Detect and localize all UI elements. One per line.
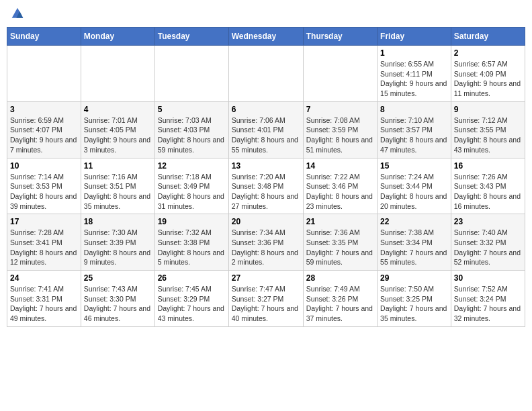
day-info: Sunrise: 7:45 AM Sunset: 3:29 PM Dayligh…	[158, 284, 226, 324]
day-number: 29	[380, 273, 448, 283]
day-number: 17	[10, 217, 78, 226]
day-number: 16	[454, 161, 522, 171]
calendar-cell: 30Sunrise: 7:52 AM Sunset: 3:24 PM Dayli…	[451, 271, 525, 327]
day-info: Sunrise: 7:10 AM Sunset: 3:57 PM Dayligh…	[380, 116, 448, 155]
weekday-header-thursday: Thursday	[303, 28, 377, 46]
calendar-cell: 1Sunrise: 6:55 AM Sunset: 4:11 PM Daylig…	[378, 46, 451, 102]
calendar-cell: 21Sunrise: 7:36 AM Sunset: 3:35 PM Dayli…	[303, 214, 377, 271]
day-info: Sunrise: 7:12 AM Sunset: 3:55 PM Dayligh…	[454, 116, 522, 155]
day-info: Sunrise: 7:50 AM Sunset: 3:25 PM Dayligh…	[380, 284, 448, 324]
day-number: 9	[454, 105, 522, 114]
day-info: Sunrise: 7:16 AM Sunset: 3:51 PM Dayligh…	[84, 172, 152, 212]
day-number: 8	[380, 105, 448, 114]
calendar-cell: 27Sunrise: 7:47 AM Sunset: 3:27 PM Dayli…	[228, 271, 303, 327]
day-info: Sunrise: 7:38 AM Sunset: 3:34 PM Dayligh…	[380, 228, 448, 267]
day-number: 10	[10, 161, 78, 171]
day-info: Sunrise: 7:03 AM Sunset: 4:03 PM Dayligh…	[158, 116, 226, 155]
logo	[9, 7, 24, 20]
day-info: Sunrise: 7:49 AM Sunset: 3:26 PM Dayligh…	[306, 284, 374, 324]
calendar-cell: 4Sunrise: 7:01 AM Sunset: 4:05 PM Daylig…	[81, 101, 154, 158]
day-number: 5	[158, 105, 226, 114]
calendar-cell: 17Sunrise: 7:28 AM Sunset: 3:41 PM Dayli…	[7, 214, 81, 271]
weekday-header-tuesday: Tuesday	[154, 28, 228, 46]
day-info: Sunrise: 6:55 AM Sunset: 4:11 PM Dayligh…	[380, 59, 448, 99]
calendar-cell: 19Sunrise: 7:32 AM Sunset: 3:38 PM Dayli…	[154, 214, 228, 271]
day-number: 14	[306, 161, 374, 171]
day-number: 30	[454, 273, 522, 283]
weekday-header-friday: Friday	[378, 28, 451, 46]
calendar-cell	[303, 46, 377, 102]
calendar-cell	[7, 46, 81, 102]
day-number: 18	[84, 217, 152, 226]
day-info: Sunrise: 6:59 AM Sunset: 4:07 PM Dayligh…	[10, 116, 78, 155]
calendar-table: SundayMondayTuesdayWednesdayThursdayFrid…	[7, 27, 525, 327]
day-info: Sunrise: 7:24 AM Sunset: 3:44 PM Dayligh…	[380, 172, 448, 212]
calendar-cell	[81, 46, 154, 102]
calendar-cell: 15Sunrise: 7:24 AM Sunset: 3:44 PM Dayli…	[378, 158, 451, 214]
day-info: Sunrise: 7:52 AM Sunset: 3:24 PM Dayligh…	[454, 284, 522, 324]
day-info: Sunrise: 7:34 AM Sunset: 3:36 PM Dayligh…	[232, 228, 300, 267]
calendar-cell	[154, 46, 228, 102]
day-number: 27	[232, 273, 300, 283]
day-info: Sunrise: 7:14 AM Sunset: 3:53 PM Dayligh…	[10, 172, 78, 212]
day-info: Sunrise: 7:43 AM Sunset: 3:30 PM Dayligh…	[84, 284, 152, 324]
day-info: Sunrise: 7:47 AM Sunset: 3:27 PM Dayligh…	[232, 284, 300, 324]
calendar-cell: 22Sunrise: 7:38 AM Sunset: 3:34 PM Dayli…	[378, 214, 451, 271]
calendar-cell: 2Sunrise: 6:57 AM Sunset: 4:09 PM Daylig…	[451, 46, 525, 102]
day-info: Sunrise: 7:22 AM Sunset: 3:46 PM Dayligh…	[306, 172, 374, 212]
day-number: 13	[232, 161, 300, 171]
calendar-cell: 10Sunrise: 7:14 AM Sunset: 3:53 PM Dayli…	[7, 158, 81, 214]
calendar-cell: 28Sunrise: 7:49 AM Sunset: 3:26 PM Dayli…	[303, 271, 377, 327]
calendar-cell: 11Sunrise: 7:16 AM Sunset: 3:51 PM Dayli…	[81, 158, 154, 214]
day-number: 2	[454, 48, 522, 58]
day-number: 25	[84, 273, 152, 283]
day-info: Sunrise: 7:18 AM Sunset: 3:49 PM Dayligh…	[158, 172, 226, 212]
day-number: 3	[10, 105, 78, 114]
calendar-cell: 7Sunrise: 7:08 AM Sunset: 3:59 PM Daylig…	[303, 101, 377, 158]
calendar-cell: 6Sunrise: 7:06 AM Sunset: 4:01 PM Daylig…	[228, 101, 303, 158]
day-number: 15	[380, 161, 448, 171]
calendar-cell: 3Sunrise: 6:59 AM Sunset: 4:07 PM Daylig…	[7, 101, 81, 158]
day-number: 21	[306, 217, 374, 226]
day-number: 20	[232, 217, 300, 226]
logo-icon	[11, 7, 24, 20]
calendar-cell: 18Sunrise: 7:30 AM Sunset: 3:39 PM Dayli…	[81, 214, 154, 271]
day-number: 26	[158, 273, 226, 283]
day-info: Sunrise: 7:06 AM Sunset: 4:01 PM Dayligh…	[232, 116, 300, 155]
day-info: Sunrise: 7:32 AM Sunset: 3:38 PM Dayligh…	[158, 228, 226, 267]
day-number: 6	[232, 105, 300, 114]
calendar-cell: 12Sunrise: 7:18 AM Sunset: 3:49 PM Dayli…	[154, 158, 228, 214]
day-info: Sunrise: 7:30 AM Sunset: 3:39 PM Dayligh…	[84, 228, 152, 267]
day-number: 11	[84, 161, 152, 171]
day-number: 19	[158, 217, 226, 226]
day-info: Sunrise: 7:26 AM Sunset: 3:43 PM Dayligh…	[454, 172, 522, 212]
day-number: 28	[306, 273, 374, 283]
day-number: 1	[380, 48, 448, 58]
weekday-header-wednesday: Wednesday	[228, 28, 303, 46]
day-info: Sunrise: 7:40 AM Sunset: 3:32 PM Dayligh…	[454, 228, 522, 267]
day-number: 23	[454, 217, 522, 226]
weekday-header-saturday: Saturday	[451, 28, 525, 46]
weekday-header-monday: Monday	[81, 28, 154, 46]
day-number: 7	[306, 105, 374, 114]
day-number: 22	[380, 217, 448, 226]
calendar-cell: 23Sunrise: 7:40 AM Sunset: 3:32 PM Dayli…	[451, 214, 525, 271]
calendar-cell: 26Sunrise: 7:45 AM Sunset: 3:29 PM Dayli…	[154, 271, 228, 327]
day-number: 12	[158, 161, 226, 171]
calendar-cell: 16Sunrise: 7:26 AM Sunset: 3:43 PM Dayli…	[451, 158, 525, 214]
calendar-cell: 29Sunrise: 7:50 AM Sunset: 3:25 PM Dayli…	[378, 271, 451, 327]
weekday-header-sunday: Sunday	[7, 28, 81, 46]
day-info: Sunrise: 7:01 AM Sunset: 4:05 PM Dayligh…	[84, 116, 152, 155]
calendar-cell: 25Sunrise: 7:43 AM Sunset: 3:30 PM Dayli…	[81, 271, 154, 327]
day-info: Sunrise: 7:20 AM Sunset: 3:48 PM Dayligh…	[232, 172, 300, 212]
calendar-cell	[228, 46, 303, 102]
day-info: Sunrise: 7:08 AM Sunset: 3:59 PM Dayligh…	[306, 116, 374, 155]
day-number: 4	[84, 105, 152, 114]
day-info: Sunrise: 6:57 AM Sunset: 4:09 PM Dayligh…	[454, 59, 522, 99]
day-info: Sunrise: 7:41 AM Sunset: 3:31 PM Dayligh…	[10, 284, 78, 324]
day-info: Sunrise: 7:28 AM Sunset: 3:41 PM Dayligh…	[10, 228, 78, 267]
calendar-cell: 9Sunrise: 7:12 AM Sunset: 3:55 PM Daylig…	[451, 101, 525, 158]
calendar-cell: 20Sunrise: 7:34 AM Sunset: 3:36 PM Dayli…	[228, 214, 303, 271]
calendar-cell: 14Sunrise: 7:22 AM Sunset: 3:46 PM Dayli…	[303, 158, 377, 214]
calendar-cell: 24Sunrise: 7:41 AM Sunset: 3:31 PM Dayli…	[7, 271, 81, 327]
